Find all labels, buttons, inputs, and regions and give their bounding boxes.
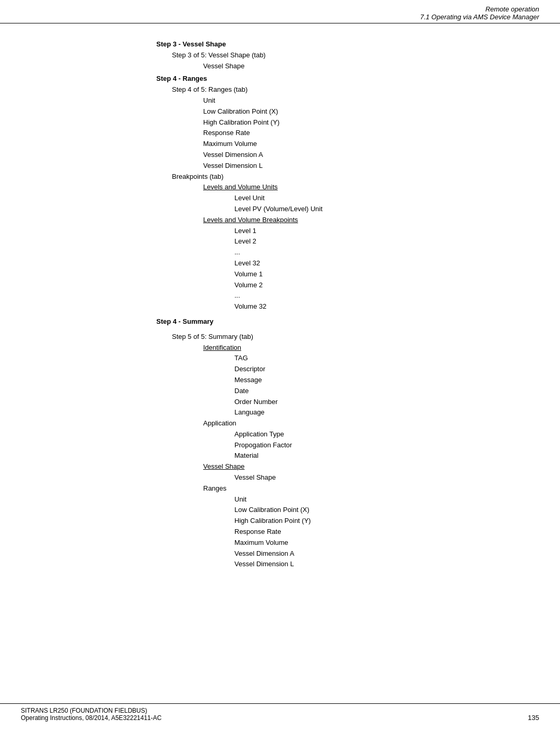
outline-text: Vessel Dimension A [234, 550, 294, 557]
outline-text: Vessel Dimension L [234, 560, 294, 568]
outline-item: High Calibration Point (Y) [156, 516, 539, 527]
outline-item: High Calibration Point (Y) [156, 117, 539, 128]
outline-text: Vessel Shape [203, 62, 245, 70]
outline-text: Level PV (Volume/Level) Unit [234, 205, 322, 213]
outline-item: Low Calibration Point (X) [156, 106, 539, 117]
outline-item: Message [156, 375, 539, 386]
outline-text: Language [234, 408, 265, 416]
outline-item: Identification [156, 343, 539, 353]
outline-text: Level 1 [234, 227, 256, 235]
outline-item: Step 3 of 5: Vessel Shape (tab) [156, 50, 539, 61]
outline-text: Step 4 of 5: Ranges (tab) [172, 86, 247, 93]
header-subtitle: 7.1 Operating via AMS Device Manager [420, 13, 539, 21]
outline-text: Response Rate [234, 528, 281, 535]
outline-item: Ranges [156, 483, 539, 494]
outline-item: Volume 2 [156, 280, 539, 291]
outline-item: Step 3 - Vessel Shape [156, 39, 539, 50]
outline-text: Maximum Volume [203, 140, 257, 148]
outline-text: Maximum Volume [234, 539, 288, 546]
outline-item: TAG [156, 353, 539, 364]
outline-text: TAG [234, 354, 248, 362]
outline-text: Unit [234, 495, 246, 503]
outline-text: High Calibration Point (Y) [234, 517, 311, 524]
outline-text: Vessel Dimension A [203, 151, 263, 158]
outline-item: Vessel Dimension A [156, 150, 539, 161]
outline-item: Unit [156, 494, 539, 505]
outline-text: Level 32 [234, 259, 260, 267]
outline-item: Application Type [156, 429, 539, 440]
outline-item: Date [156, 386, 539, 397]
outline-text: Step 3 - Vessel Shape [156, 40, 226, 48]
footer-line1: SITRANS LR250 (FOUNDATION FIELDBUS) [21, 707, 161, 714]
outline-text: Vessel Dimension L [203, 162, 263, 169]
outline-item: Vessel Dimension L [156, 161, 539, 172]
outline-text: Low Calibration Point (X) [203, 107, 278, 115]
outline-item: Vessel Shape [156, 461, 539, 472]
outline-text: Step 4 - Summary [156, 318, 214, 325]
outline-item: Step 4 of 5: Ranges (tab) [156, 84, 539, 95]
outline-text: Application Type [234, 430, 284, 438]
outline-item: Level 2 [156, 236, 539, 247]
outline-text: Message [234, 376, 262, 384]
outline-item: Maximum Volume [156, 538, 539, 548]
outline-item: Response Rate [156, 527, 539, 538]
footer-left: SITRANS LR250 (FOUNDATION FIELDBUS) Oper… [21, 707, 161, 722]
outline-item: Language [156, 407, 539, 418]
outline-text: Descriptor [234, 365, 265, 373]
footer-line2: Operating Instructions, 08/2014, A5E3222… [21, 714, 161, 722]
outline-item: Levels and Volume Breakpoints [156, 215, 539, 226]
outline-text: ... [234, 248, 240, 256]
outline-text: Identification [203, 344, 241, 351]
outline-text: High Calibration Point (Y) [203, 118, 280, 126]
outline-item: ... [156, 290, 539, 301]
outline-text: Level Unit [234, 194, 265, 202]
outline-item: Propogation Factor [156, 440, 539, 451]
outline-item: Vessel Shape [156, 61, 539, 72]
outline-item: Level Unit [156, 193, 539, 204]
outline-text: Step 3 of 5: Vessel Shape (tab) [172, 51, 266, 59]
outline-text: Vessel Shape [234, 473, 276, 481]
outline-text: Level 2 [234, 237, 256, 245]
outline-text: Step 4 - Ranges [156, 75, 207, 82]
outline-text: Unit [203, 96, 215, 104]
outline-text: Order Number [234, 398, 278, 406]
outline-item: Levels and Volume Units [156, 182, 539, 193]
outline-text: Levels and Volume Units [203, 183, 278, 191]
outline-text: Step 5 of 5: Summary (tab) [172, 333, 253, 340]
outline-text: Date [234, 387, 248, 395]
outline-text: Low Calibration Point (X) [234, 506, 309, 514]
outline-item: Vessel Dimension A [156, 548, 539, 559]
outline-item: Level PV (Volume/Level) Unit [156, 204, 539, 215]
outline-item: Material [156, 450, 539, 461]
outline-item: Low Calibration Point (X) [156, 505, 539, 516]
outline-text: ... [234, 291, 240, 299]
page-header: Remote operation 7.1 Operating via AMS D… [0, 0, 560, 23]
outline-text: Ranges [203, 484, 227, 492]
outline-item: Vessel Shape [156, 472, 539, 483]
outline-item: Volume 1 [156, 269, 539, 280]
outline-text: Propogation Factor [234, 441, 292, 449]
outline-text: Application [203, 419, 237, 427]
outline-item: Unit [156, 95, 539, 106]
outline-item: Order Number [156, 397, 539, 408]
outline-item: Response Rate [156, 128, 539, 139]
outline-item: Step 5 of 5: Summary (tab) [156, 332, 539, 343]
page-footer: SITRANS LR250 (FOUNDATION FIELDBUS) Oper… [0, 703, 560, 722]
outline-text: Response Rate [203, 129, 250, 137]
outline-item: Volume 32 [156, 301, 539, 312]
outline-item: Level 1 [156, 226, 539, 237]
outline-text: Material [234, 452, 258, 459]
outline-text: Volume 1 [234, 270, 263, 278]
footer-page-number: 135 [528, 714, 539, 722]
page-container: Remote operation 7.1 Operating via AMS D… [0, 0, 560, 732]
outline-text: Levels and Volume Breakpoints [203, 216, 298, 224]
outline-item: Vessel Dimension L [156, 559, 539, 570]
outline-text: Volume 32 [234, 302, 266, 310]
outline-item: Maximum Volume [156, 139, 539, 150]
main-content: Step 3 - Vessel ShapeStep 3 of 5: Vessel… [0, 23, 560, 601]
outline-text: Volume 2 [234, 281, 263, 289]
outline-item: Step 4 - Summary [156, 316, 539, 327]
outline-item: Descriptor [156, 364, 539, 375]
outline-item: Breakpoints (tab) [156, 172, 539, 182]
outline-text: Vessel Shape [203, 462, 245, 470]
